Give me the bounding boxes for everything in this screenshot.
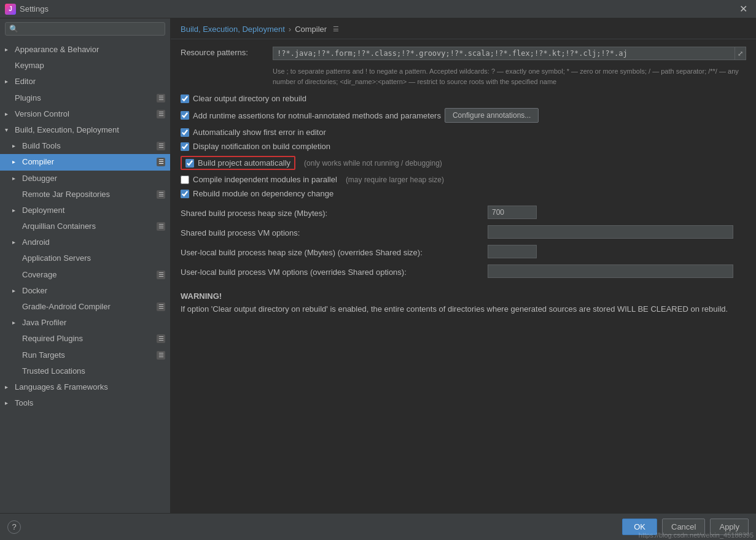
highlighted-build-auto: Build project automatically: [181, 156, 295, 170]
sidebar-item-remote-jar[interactable]: Remote Jar Repositories ☰: [0, 187, 170, 202]
sidebar-item-keymap[interactable]: Keymap: [0, 58, 170, 74]
checkbox-label-display-notification: Display notification on build completion: [193, 142, 330, 151]
resource-patterns-expand-button[interactable]: ⤢: [735, 47, 746, 60]
sidebar-item-java-profiler[interactable]: ▸ Java Profiler: [0, 315, 170, 331]
checkbox-label-build-auto: Build project automatically: [198, 158, 290, 168]
checkbox-show-first-error[interactable]: [181, 128, 189, 137]
sidebar-item-languages[interactable]: ▸ Languages & Frameworks: [0, 379, 170, 395]
sidebar-item-deployment[interactable]: ▸ Deployment: [0, 202, 170, 218]
arrow-icon: ▸: [12, 287, 20, 295]
badge-icon: ☰: [157, 158, 165, 166]
app-icon: J: [5, 4, 16, 15]
sidebar-item-run-targets[interactable]: Run Targets ☰: [0, 347, 170, 363]
cancel-button[interactable]: Cancel: [662, 519, 705, 535]
sidebar-item-label: Build Tools: [22, 141, 61, 152]
checkbox-label-add-runtime: Add runtime assertions for notnull-annot…: [193, 111, 441, 120]
arrow-icon: ▸: [12, 158, 20, 166]
breadcrumb-separator: ›: [289, 25, 291, 34]
sidebar-item-build-tools[interactable]: ▸ Build Tools ☰: [0, 138, 170, 154]
sidebar-item-label: Languages & Frameworks: [15, 382, 108, 393]
checkbox-clear-output[interactable]: [181, 94, 189, 103]
badge-icon: ☰: [157, 110, 165, 118]
sidebar-item-build-exec[interactable]: ▾ Build, Execution, Deployment: [0, 122, 170, 138]
breadcrumb-parent[interactable]: Build, Execution, Deployment: [181, 25, 285, 34]
search-icon: 🔍: [9, 25, 18, 33]
ok-button[interactable]: OK: [622, 519, 657, 535]
badge-icon: ☰: [157, 303, 165, 311]
local-heap-input[interactable]: [488, 245, 537, 258]
arrow-icon: ▸: [12, 238, 20, 247]
sidebar-item-label: Java Profiler: [22, 317, 66, 328]
arrow-icon: ▸: [5, 77, 12, 86]
badge-icon: ☰: [157, 351, 165, 360]
sidebar-item-app-servers[interactable]: Application Servers: [0, 250, 170, 266]
sidebar-item-android[interactable]: ▸ Android: [0, 234, 170, 250]
sidebar-item-label: Compiler: [22, 156, 54, 168]
sidebar-item-label: Arquillian Containers: [22, 221, 96, 232]
sidebar-item-version-control[interactable]: ▸ Version Control ☰: [0, 106, 170, 122]
resource-patterns-row: Resource patterns: ⤢: [181, 47, 746, 60]
sidebar-item-label: Build, Execution, Deployment: [15, 125, 119, 136]
checkbox-row-rebuild-dep: Rebuild module on dependency change: [181, 189, 746, 198]
help-button[interactable]: ?: [7, 520, 21, 534]
sidebar-item-label: Version Control: [15, 109, 69, 120]
warning-box: WARNING! If option 'Clear output directo…: [181, 290, 746, 316]
checkbox-label-rebuild-dep: Rebuild module on dependency change: [193, 189, 333, 198]
sidebar-item-required-plugins[interactable]: Required Plugins ☰: [0, 331, 170, 347]
resource-patterns-label: Resource patterns:: [181, 47, 273, 57]
configure-annotations-button[interactable]: Configure annotations...: [445, 108, 539, 123]
arrow-icon: ▸: [12, 206, 20, 215]
close-button[interactable]: ✕: [736, 2, 751, 16]
sidebar-item-appearance[interactable]: ▸ Appearance & Behavior: [0, 42, 170, 58]
sidebar-item-compiler[interactable]: ▸ Compiler ☰: [0, 154, 170, 170]
apply-button[interactable]: Apply: [710, 519, 749, 535]
checkbox-build-auto[interactable]: [185, 159, 194, 168]
sidebar-item-label: Application Servers: [22, 253, 91, 264]
resource-patterns-input[interactable]: [273, 47, 735, 60]
content-header: Build, Execution, Deployment › Compiler …: [171, 18, 756, 39]
sidebar-item-label: Trusted Locations: [22, 366, 85, 377]
sidebar-item-plugins[interactable]: Plugins ☰: [0, 90, 170, 106]
checkbox-compile-parallel[interactable]: [181, 176, 189, 184]
arrow-icon: ▾: [5, 126, 12, 134]
vm-options-label: Shared build process VM options:: [181, 227, 488, 237]
content-body: Resource patterns: ⤢ Use ; to separate p…: [171, 39, 756, 513]
heap-size-label: Shared build process heap size (Mbytes):: [181, 207, 488, 218]
search-input[interactable]: [21, 25, 161, 33]
title-bar: J Settings ✕: [0, 0, 756, 18]
badge-icon: ☰: [157, 334, 165, 343]
heap-size-input[interactable]: [488, 206, 537, 219]
sidebar-item-gradle-android[interactable]: Gradle-Android Compiler ☰: [0, 299, 170, 315]
sidebar-item-trusted-locations[interactable]: Trusted Locations: [0, 363, 170, 379]
checkbox-label-clear-output: Clear output directory on rebuild: [193, 94, 306, 103]
arrow-icon: ▸: [12, 318, 20, 327]
sidebar-item-editor[interactable]: ▸ Editor: [0, 74, 170, 90]
sidebar-item-label: Plugins: [15, 93, 41, 104]
sidebar: 🔍 ▸ Appearance & Behavior Keymap ▸ Edito…: [0, 18, 171, 513]
sidebar-item-label: Tools: [15, 398, 33, 409]
bottom-right: OK Cancel Apply: [622, 519, 749, 535]
arrow-icon: ▸: [5, 110, 12, 118]
sidebar-item-label: Coverage: [22, 269, 57, 280]
sidebar-item-arquillian[interactable]: Arquillian Containers ☰: [0, 218, 170, 234]
checkbox-rebuild-dep[interactable]: [181, 190, 189, 198]
warning-body: If option 'Clear output directory on reb…: [181, 303, 746, 316]
search-box[interactable]: 🔍: [5, 22, 165, 36]
local-vm-row: User-local build process VM options (ove…: [181, 264, 746, 278]
breadcrumb-current: Compiler: [295, 25, 327, 34]
sidebar-item-docker[interactable]: ▸ Docker: [0, 283, 170, 299]
checkbox-row-display-notification: Display notification on build completion: [181, 142, 746, 151]
local-vm-input[interactable]: [488, 264, 733, 278]
sidebar-item-tools[interactable]: ▸ Tools: [0, 395, 170, 411]
vm-options-input[interactable]: [488, 225, 733, 239]
checkbox-add-runtime[interactable]: [181, 111, 189, 120]
sidebar-item-label: Debugger: [22, 173, 57, 184]
checkbox-display-notification[interactable]: [181, 142, 189, 151]
heap-size-row: Shared build process heap size (Mbytes):: [181, 206, 746, 219]
breadcrumb-menu-icon[interactable]: ☰: [333, 25, 339, 33]
local-heap-row: User-local build process heap size (Mbyt…: [181, 245, 746, 258]
sidebar-item-label: Remote Jar Repositories: [22, 189, 110, 200]
sidebar-item-coverage[interactable]: Coverage ☰: [0, 267, 170, 283]
sidebar-item-debugger[interactable]: ▸ Debugger: [0, 171, 170, 187]
arrow-icon: ▸: [5, 399, 12, 407]
